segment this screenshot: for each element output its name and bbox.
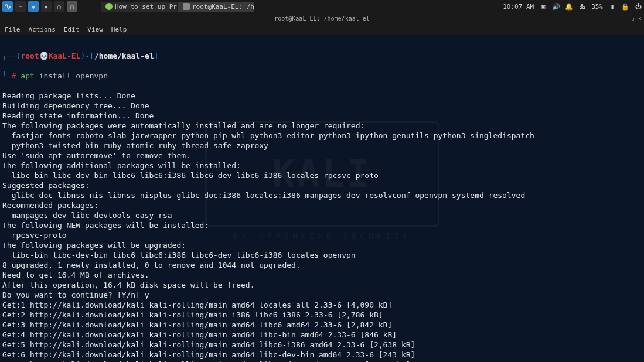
window-tab-terminal[interactable]: root@KaaL-EL: /home/k...: [178, 2, 254, 12]
command-args: install openvpn: [39, 71, 108, 80]
clock[interactable]: 10:07 AM: [503, 3, 534, 11]
system-taskbar: ▭ ◆ ▪ ▢ ▢ How to set up ProtonVP... root…: [0, 0, 644, 13]
terminal-line: Get:4 http://kali.download/kali kali-rol…: [2, 330, 642, 340]
terminal-menubar: File Actions Edit View Help: [0, 23, 644, 35]
menu-file[interactable]: File: [5, 26, 21, 33]
workspace-1-icon[interactable]: ▢: [54, 1, 64, 12]
terminal-line: Get:2 http://kali.download/kali kali-rol…: [2, 310, 642, 320]
power-icon[interactable]: ⏻: [635, 3, 642, 10]
terminal-line: libc-bin libc-dev-bin libc6 libc6:i386 l…: [2, 250, 642, 260]
menu-actions[interactable]: Actions: [29, 26, 56, 33]
browser-icon[interactable]: ◆: [28, 1, 39, 12]
network-icon[interactable]: 🖧: [578, 3, 585, 10]
menu-view[interactable]: View: [87, 26, 103, 33]
window-tab-label: How to set up ProtonVP...: [115, 3, 177, 11]
terminal-line: Reading state information... Done: [2, 111, 642, 121]
terminal-line: manpages-dev libc-devtools easy-rsa: [2, 210, 642, 220]
record-icon[interactable]: ▣: [540, 3, 547, 10]
terminal-line: The following NEW packages will be insta…: [2, 220, 642, 230]
terminal-line: Need to get 16.4 MB of archives.: [2, 270, 642, 280]
terminal-line: glibc-doc libnss-nis libnss-nisplus glib…: [2, 190, 642, 200]
terminal-line: Suggested packages:: [2, 180, 642, 190]
terminal-favicon-icon: [183, 3, 190, 10]
app-menu-icon[interactable]: [2, 1, 13, 12]
terminal-line: Get:5 http://kali.download/kali kali-rol…: [2, 340, 642, 350]
terminal-line: Get:7 http://kali.download/kali kali-rol…: [2, 360, 642, 362]
terminal-line: Do you want to continue? [Y/n] y: [2, 290, 642, 300]
system-tray: 10:07 AM ▣ 🔊 🔔 🖧 35% ▮ 🔒 ⏻: [503, 3, 642, 11]
maximize-icon[interactable]: ▫: [631, 15, 635, 22]
terminal-line: Use 'sudo apt autoremove' to remove them…: [2, 151, 642, 160]
terminal-line: libc-bin libc-dev-bin libc6 libc6:i386 l…: [2, 170, 642, 180]
menu-edit[interactable]: Edit: [64, 26, 80, 33]
command-binary: apt: [21, 71, 34, 80]
terminal-line: Building dependency tree... Done: [2, 101, 642, 111]
window-list: How to set up ProtonVP... root@KaaL-EL: …: [101, 2, 254, 12]
terminal-line: python3-twisted-bin ruby-atomic ruby-thr…: [2, 141, 642, 151]
workspace-2-icon[interactable]: ▢: [67, 1, 77, 12]
terminal-output: Reading package lists... DoneBuilding de…: [2, 91, 642, 362]
terminal-body[interactable]: ┌──(root💀KaaL-EL)-[/home/kaal-el] └─# ap…: [0, 35, 644, 362]
window-titlebar: root@KaaL-EL: /home/kaal-el – ▫ ×: [0, 13, 644, 23]
terminal-icon[interactable]: ▪: [41, 1, 52, 12]
window-tab-label: root@KaaL-EL: /home/k...: [192, 3, 254, 11]
prompt-user: root: [21, 52, 39, 60]
file-manager-icon[interactable]: ▭: [15, 1, 26, 12]
terminal-line: The following packages will be upgraded:: [2, 240, 642, 250]
terminal-line: After this operation, 16.4 kB disk space…: [2, 280, 642, 290]
terminal-line: rpcsvc-proto: [2, 230, 642, 240]
prompt-path: /home/kaal-el: [94, 52, 154, 60]
protonvpn-favicon-icon: [105, 3, 113, 10]
close-icon[interactable]: ×: [638, 15, 642, 22]
volume-icon[interactable]: 🔊: [553, 3, 560, 10]
minimize-icon[interactable]: –: [624, 15, 628, 22]
terminal-line: The following packages were automaticall…: [2, 121, 642, 131]
battery-icon[interactable]: ▮: [609, 3, 616, 10]
terminal-line: Get:1 http://kali.download/kali kali-rol…: [2, 300, 642, 310]
prompt-hash: #: [12, 71, 16, 80]
terminal-line: 8 upgraded, 1 newly installed, 0 to remo…: [2, 260, 642, 270]
menu-help[interactable]: Help: [111, 26, 127, 33]
terminal-line: Get:3 http://kali.download/kali kali-rol…: [2, 320, 642, 330]
notifications-icon[interactable]: 🔔: [565, 3, 573, 10]
terminal-line: Get:6 http://kali.download/kali kali-rol…: [2, 350, 642, 360]
terminal-line: The following additional packages will b…: [2, 160, 642, 170]
terminal-line: fastjar fonts-roboto-slab jarwrapper pyt…: [2, 131, 642, 141]
window-title: root@KaaL-EL: /home/kaal-el: [274, 15, 370, 22]
skull-icon: 💀: [39, 52, 49, 60]
battery-percent[interactable]: 35%: [591, 3, 603, 11]
lock-icon[interactable]: 🔒: [622, 3, 629, 10]
terminal-line: Recommended packages:: [2, 200, 642, 210]
prompt-host: KaaL-EL: [49, 52, 81, 60]
window-tab-browser[interactable]: How to set up ProtonVP...: [101, 2, 177, 12]
terminal-line: Reading package lists... Done: [2, 91, 642, 101]
